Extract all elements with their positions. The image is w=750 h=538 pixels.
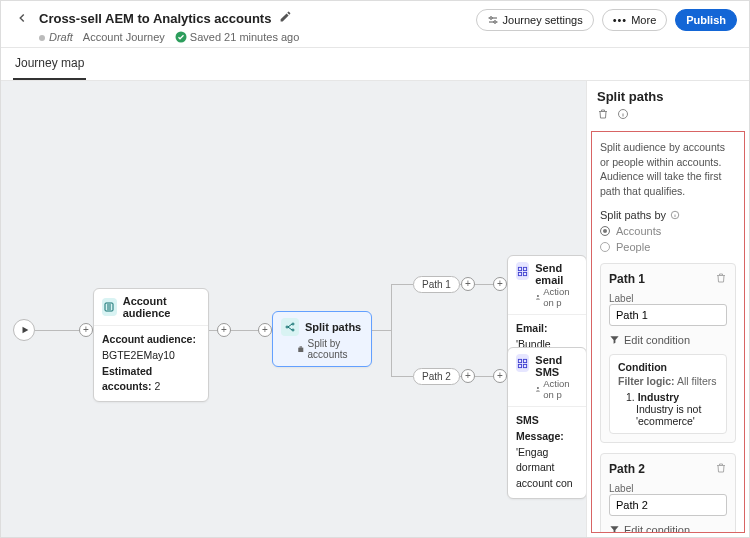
person-icon (535, 385, 541, 393)
connector-line (204, 330, 258, 331)
publish-button[interactable]: Publish (675, 9, 737, 31)
radio-icon (600, 242, 610, 252)
svg-point-6 (292, 329, 294, 331)
path-config-block: Path 2 Label Edit condition Con (600, 453, 736, 533)
svg-point-1 (489, 17, 492, 20)
title-row: Cross-sell AEM to Analytics accounts (13, 9, 476, 27)
journey-canvas[interactable]: + Account audience Account audience: BGT… (1, 81, 586, 537)
connector-line (35, 330, 79, 331)
node-send-sms[interactable]: Send SMS Action on p SMS Message: 'Engag… (507, 347, 586, 499)
svg-rect-12 (524, 272, 527, 275)
delete-path-button[interactable] (715, 462, 727, 477)
node-header: Send SMS Action on p (508, 348, 586, 407)
split-by-label: Split paths by (600, 209, 736, 221)
svg-rect-10 (524, 267, 527, 270)
svg-point-5 (292, 323, 294, 325)
properties-panel: Split paths Split audience by accounts o… (586, 81, 749, 537)
node-account-audience[interactable]: Account audience Account audience: BGTE2… (93, 288, 209, 402)
path-chip[interactable]: Path 2 (413, 368, 460, 385)
path-chip[interactable]: Path 1 (413, 276, 460, 293)
connector-line (391, 376, 413, 377)
filter-icon (609, 334, 620, 345)
svg-rect-15 (524, 359, 527, 362)
journey-start-node[interactable] (13, 319, 35, 341)
more-button[interactable]: ••• More (602, 9, 668, 31)
info-icon[interactable] (670, 210, 680, 220)
connector-line (371, 330, 391, 331)
page-title: Cross-sell AEM to Analytics accounts (39, 11, 271, 26)
edit-title-icon[interactable] (279, 10, 292, 26)
svg-rect-9 (519, 267, 522, 270)
app-root: Cross-sell AEM to Analytics accounts Dra… (0, 0, 750, 538)
split-icon (281, 318, 299, 336)
main-area: + Account audience Account audience: BGT… (1, 81, 749, 537)
add-node-button[interactable]: + (217, 323, 231, 337)
label-field-label: Label (609, 483, 727, 494)
add-node-button[interactable]: + (79, 323, 93, 337)
app-header: Cross-sell AEM to Analytics accounts Dra… (1, 1, 749, 48)
node-header: Account audience (94, 289, 208, 326)
action-icon (516, 354, 529, 372)
node-split-paths[interactable]: Split paths Split by accounts (272, 311, 372, 367)
ellipsis-icon: ••• (613, 14, 628, 26)
trash-icon (597, 108, 609, 120)
delete-path-button[interactable] (715, 272, 727, 287)
audience-icon (102, 298, 117, 316)
header-meta: Draft Account Journey Saved 21 minutes a… (13, 31, 476, 43)
gear-icon (487, 14, 499, 26)
status-dot-icon (39, 35, 45, 41)
panel-header: Split paths (587, 81, 749, 127)
draft-status: Draft (39, 31, 73, 43)
trash-icon (715, 462, 727, 474)
add-node-button[interactable]: + (493, 369, 507, 383)
svg-rect-16 (519, 364, 522, 367)
radio-people[interactable]: People (600, 241, 736, 253)
condition-summary: Condition Filter logic: All filters 1. I… (609, 354, 727, 434)
edit-condition-button[interactable]: Edit condition (609, 332, 727, 348)
connector-line (391, 284, 413, 285)
node-subtitle: Split by accounts (273, 338, 371, 366)
add-node-button[interactable]: + (461, 277, 475, 291)
radio-icon (600, 226, 610, 236)
back-button[interactable] (13, 9, 31, 27)
tab-journey-map[interactable]: Journey map (13, 48, 86, 80)
path-label-input[interactable] (609, 304, 727, 326)
add-node-button[interactable]: + (258, 323, 272, 337)
journey-settings-button[interactable]: Journey settings (476, 9, 594, 31)
svg-point-4 (286, 326, 288, 328)
add-node-button[interactable]: + (493, 277, 507, 291)
checkmark-icon (175, 31, 187, 43)
svg-point-13 (537, 295, 539, 297)
svg-rect-17 (524, 364, 527, 367)
svg-rect-8 (300, 346, 303, 347)
panel-body: Split audience by accounts or people wit… (591, 131, 745, 533)
edit-condition-button[interactable]: Edit condition (609, 522, 727, 533)
path-config-block: Path 1 Label Edit condition Con (600, 263, 736, 443)
accounts-icon (297, 345, 305, 354)
trash-icon (715, 272, 727, 284)
path-name: Path 1 (609, 272, 645, 286)
path-label-input[interactable] (609, 494, 727, 516)
panel-help-text: Split audience by accounts or people wit… (600, 140, 736, 199)
add-node-button[interactable]: + (461, 369, 475, 383)
path-name: Path 2 (609, 462, 645, 476)
svg-rect-7 (298, 347, 303, 351)
svg-rect-11 (519, 272, 522, 275)
svg-point-18 (537, 387, 539, 389)
action-icon (516, 262, 529, 280)
filter-icon (609, 524, 620, 533)
node-body: Account audience: BGTE2EMay10 Estimated … (94, 326, 208, 401)
radio-accounts[interactable]: Accounts (600, 225, 736, 237)
header-right: Journey settings ••• More Publish (476, 9, 737, 31)
connector-line (391, 284, 392, 376)
saved-status: Saved 21 minutes ago (175, 31, 300, 43)
info-icon (617, 108, 629, 120)
play-icon (20, 325, 30, 335)
delete-node-button[interactable] (597, 108, 609, 123)
svg-point-2 (493, 21, 496, 24)
node-body: SMS Message: 'Engag dormant account con (508, 407, 586, 498)
node-header: Send email Action on p (508, 256, 586, 315)
info-button[interactable] (617, 108, 629, 123)
tabs-bar: Journey map (1, 48, 749, 81)
label-field-label: Label (609, 293, 727, 304)
